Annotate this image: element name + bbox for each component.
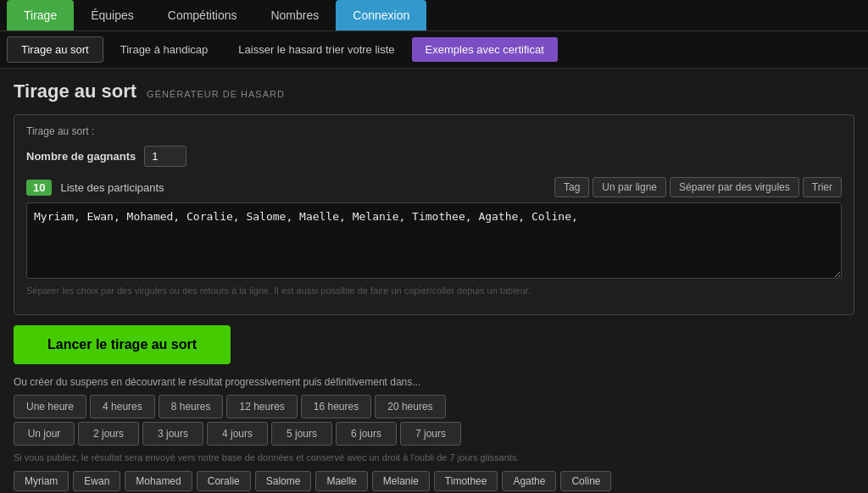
time-20-heures[interactable]: 20 heures xyxy=(375,395,445,418)
time-6-jours[interactable]: 6 jours xyxy=(336,422,397,446)
main-card: Tirage au sort : Nombre de gagnants 10 L… xyxy=(14,114,854,315)
card-label: Tirage au sort : xyxy=(26,125,842,137)
suspense-section: Ou créer du suspens en découvrant le rés… xyxy=(14,376,854,463)
nav-equipes[interactable]: Équipes xyxy=(74,0,151,30)
launch-button[interactable]: Lancer le tirage au sort xyxy=(14,325,231,364)
time-buttons-row1: Une heure 4 heures 8 heures 12 heures 16… xyxy=(14,395,854,418)
participants-btn-group: Tag Un par ligne Séparer par des virgule… xyxy=(554,177,842,197)
nav-nombres[interactable]: Nombres xyxy=(253,0,336,30)
participant-tag[interactable]: Timothee xyxy=(434,471,498,491)
winners-input[interactable] xyxy=(144,146,186,167)
participant-tag[interactable]: Coline xyxy=(560,471,611,491)
time-3-jours[interactable]: 3 jours xyxy=(142,422,203,446)
tag-button[interactable]: Tag xyxy=(554,177,589,197)
page-title: Tirage au sort xyxy=(14,80,136,102)
publish-note: Si vous publiez, le résultat sera envoyé… xyxy=(14,452,854,463)
time-12-heures[interactable]: 12 heures xyxy=(226,395,297,418)
winners-label: Nombre de gagnants xyxy=(26,150,136,163)
subnav-exemples[interactable]: Exemples avec certificat xyxy=(412,37,558,62)
participant-tag[interactable]: Coralie xyxy=(197,471,251,491)
subnav-tirage-handicap[interactable]: Tirage à handicap xyxy=(107,37,222,62)
nav-tirage[interactable]: Tirage xyxy=(7,0,74,30)
page-title-row: Tirage au sort GÉNÉRATEUR DE HASARD xyxy=(14,80,854,102)
line-button[interactable]: Un par ligne xyxy=(593,177,666,197)
participant-tags: MyriamEwanMohamedCoralieSalomeMaelleMela… xyxy=(14,471,854,491)
winners-field-row: Nombre de gagnants xyxy=(26,146,842,167)
time-une-heure[interactable]: Une heure xyxy=(14,395,86,418)
participants-label: Liste des participants xyxy=(60,181,546,194)
main-content: Tirage au sort GÉNÉRATEUR DE HASARD Tira… xyxy=(0,69,868,493)
time-5-jours[interactable]: 5 jours xyxy=(271,422,332,446)
nav-competitions[interactable]: Compétitions xyxy=(151,0,254,30)
time-un-jour[interactable]: Un jour xyxy=(14,422,75,446)
suspense-label: Ou créer du suspens en découvrant le rés… xyxy=(14,376,854,388)
time-4-heures[interactable]: 4 heures xyxy=(90,395,155,418)
participants-count-badge: 10 xyxy=(26,180,52,196)
participant-tag[interactable]: Ewan xyxy=(73,471,120,491)
participant-tag[interactable]: Maelle xyxy=(315,471,367,491)
time-4-jours[interactable]: 4 jours xyxy=(207,422,268,446)
time-7-jours[interactable]: 7 jours xyxy=(400,422,461,446)
sort-button[interactable]: Trier xyxy=(803,177,842,197)
sub-nav: Tirage au sort Tirage à handicap Laisser… xyxy=(0,31,868,69)
participant-tag[interactable]: Myriam xyxy=(14,471,69,491)
participant-tag[interactable]: Agathe xyxy=(502,471,556,491)
comma-button[interactable]: Séparer par des virgules xyxy=(670,177,799,197)
participants-header: 10 Liste des participants Tag Un par lig… xyxy=(26,177,842,197)
participant-tag[interactable]: Mohamed xyxy=(125,471,192,491)
subnav-tirage-sort[interactable]: Tirage au sort xyxy=(7,36,103,63)
time-2-jours[interactable]: 2 jours xyxy=(78,422,139,446)
textarea-hint: Séparer les choix par des virgules ou de… xyxy=(26,285,842,296)
subnav-laisser-hasard[interactable]: Laisser le hasard trier votre liste xyxy=(225,37,408,62)
participants-textarea[interactable]: Myriam, Ewan, Mohamed, Coralie, Salome, … xyxy=(26,202,842,279)
top-nav: Tirage Équipes Compétitions Nombres Conn… xyxy=(0,0,868,31)
time-buttons-row2: Un jour 2 jours 3 jours 4 jours 5 jours … xyxy=(14,422,854,446)
time-8-heures[interactable]: 8 heures xyxy=(159,395,224,418)
time-16-heures[interactable]: 16 heures xyxy=(301,395,371,418)
participant-tag[interactable]: Melanie xyxy=(372,471,430,491)
page-subtitle: GÉNÉRATEUR DE HASARD xyxy=(147,89,285,99)
participant-tag[interactable]: Salome xyxy=(255,471,312,491)
nav-connexion[interactable]: Connexion xyxy=(336,0,426,30)
